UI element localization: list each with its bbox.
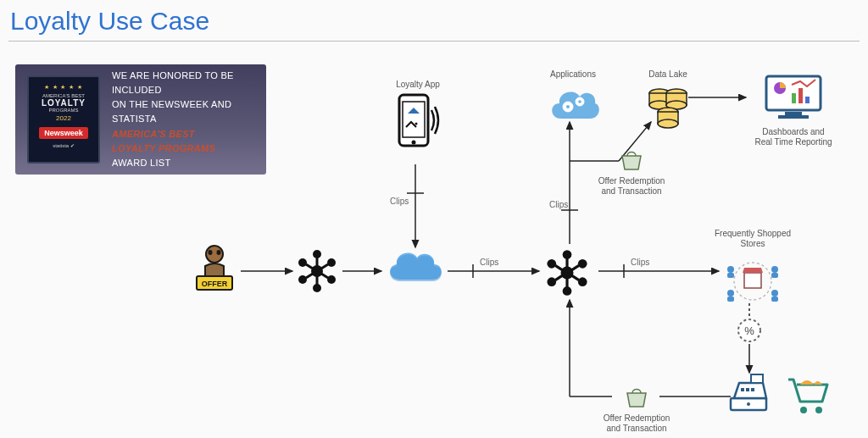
svg-line-46 (555, 265, 563, 269)
svg-rect-75 (744, 273, 761, 288)
svg-point-30 (327, 275, 336, 284)
store-users-icon (719, 252, 787, 308)
title-divider (8, 41, 860, 42)
offer-redemption-top-label: Offer Redemption and Transaction (585, 176, 678, 197)
dashboard-monitor-icon (763, 73, 824, 122)
shopping-bag-icon (624, 386, 649, 408)
svg-point-56 (566, 105, 570, 108)
kafka-icon (542, 247, 592, 298)
svg-line-48 (555, 275, 563, 280)
svg-rect-71 (792, 93, 796, 103)
person-offer-icon: OFFER (192, 242, 237, 293)
svg-point-37 (563, 250, 572, 259)
offer-person-node: OFFER (185, 242, 244, 295)
cash-register-node (726, 373, 771, 417)
edge-label-clips-up: Clips (549, 200, 568, 209)
svg-rect-73 (805, 97, 810, 103)
svg-line-49 (571, 275, 579, 280)
svg-point-88 (747, 402, 750, 406)
svg-point-29 (298, 275, 307, 284)
svg-point-40 (547, 259, 556, 269)
svg-line-34 (321, 264, 328, 269)
svg-point-93 (815, 407, 822, 413)
kafka-icon (295, 247, 339, 295)
svg-rect-90 (746, 388, 749, 391)
cart-node (783, 374, 832, 419)
database-icon (641, 83, 695, 130)
loyalty-app-label: Loyalty App (388, 80, 448, 90)
svg-point-38 (561, 267, 574, 280)
svg-point-66 (658, 119, 678, 128)
cash-register-icon (726, 373, 771, 415)
cloud-icon (383, 244, 446, 290)
svg-rect-69 (778, 115, 809, 119)
shopping-bag-icon (619, 149, 644, 171)
cloud-node (383, 244, 446, 291)
svg-line-47 (571, 265, 579, 269)
svg-rect-51 (403, 102, 425, 137)
edge-label-clips-app: Clips (390, 197, 409, 206)
svg-line-36 (321, 274, 328, 278)
shopping-cart-icon (783, 374, 832, 417)
svg-point-78 (771, 266, 778, 273)
svg-point-24 (313, 250, 321, 258)
cloud-gears-icon (546, 83, 600, 125)
offer-redemption-top-node: Offer Redemption and Transaction (585, 149, 678, 197)
svg-text:OFFER: OFFER (202, 280, 228, 288)
loyalty-app-node: Loyalty App (388, 76, 448, 156)
svg-point-76 (727, 266, 734, 273)
svg-point-57 (578, 100, 581, 103)
freq-stores-node: Frequently Shopped Stores (710, 225, 795, 310)
svg-line-35 (306, 274, 313, 278)
svg-point-92 (800, 407, 807, 413)
svg-point-80 (727, 290, 734, 297)
svg-point-82 (771, 290, 778, 297)
percent-icon: % (736, 317, 763, 344)
svg-point-52 (412, 141, 416, 145)
freq-stores-label: Frequently Shopped Stores (710, 229, 795, 249)
data-lake-node: Data Lake (634, 66, 702, 132)
svg-point-39 (563, 286, 572, 296)
svg-point-43 (578, 277, 587, 286)
diagram: OFFER (0, 51, 868, 438)
svg-point-53 (415, 123, 418, 125)
svg-rect-81 (727, 297, 734, 302)
svg-line-33 (306, 264, 313, 269)
svg-rect-72 (798, 88, 803, 103)
svg-point-20 (209, 250, 213, 255)
svg-rect-77 (727, 273, 734, 278)
applications-label: Applications (539, 69, 607, 80)
svg-rect-89 (741, 388, 744, 391)
offer-redemption-bottom-label: Offer Redemption and Transaction (590, 413, 683, 434)
data-lake-label: Data Lake (634, 69, 702, 80)
svg-point-28 (327, 258, 336, 267)
kafka-icon-1 (295, 247, 339, 297)
applications-node: Applications (539, 66, 607, 127)
edge-label-clips-mid: Clips (480, 258, 498, 267)
svg-text:%: % (744, 324, 754, 337)
dashboards-node: Dashboards and Real Time Reporting (743, 73, 844, 147)
svg-point-27 (298, 258, 307, 267)
svg-point-42 (547, 277, 556, 286)
page-title: Loyalty Use Case (0, 0, 868, 41)
phone-icon (391, 93, 445, 154)
percent-node: % (736, 317, 763, 346)
svg-rect-68 (785, 112, 802, 115)
svg-rect-83 (771, 297, 778, 302)
dashboards-label: Dashboards and Real Time Reporting (743, 127, 844, 147)
svg-point-21 (217, 250, 221, 255)
svg-point-25 (311, 265, 323, 277)
svg-point-19 (206, 246, 223, 263)
offer-redemption-bottom-node: Offer Redemption and Transaction (590, 386, 683, 434)
svg-point-41 (578, 259, 587, 269)
svg-point-26 (313, 284, 321, 292)
kafka-icon-2 (542, 247, 592, 300)
svg-rect-87 (751, 374, 763, 383)
edge-label-clips-right: Clips (631, 258, 649, 267)
svg-rect-91 (751, 388, 754, 391)
svg-rect-79 (771, 273, 778, 278)
